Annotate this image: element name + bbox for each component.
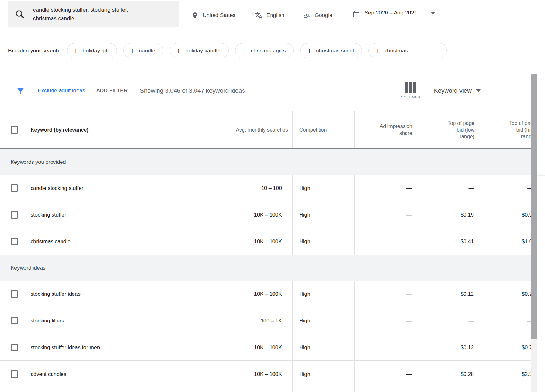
keyword-text: stocking stuffer ideas for men [31,344,100,350]
bid-low-cell: $0.12 [417,334,479,360]
keyword-search-value: candle stocking stuffer, stocking stuffe… [33,5,147,23]
section-header-row: Keyword ideas [0,255,545,281]
bid-low-cell: $0.41 [417,228,479,255]
header-avg-monthly-searches[interactable]: Avg. monthly searches [193,111,292,148]
section-label: Keyword ideas [11,265,45,271]
plus-icon: + [242,47,246,55]
header-top-of-page-bid-low[interactable]: Top of page bid (low range) [417,111,479,148]
row-checkbox[interactable] [11,290,18,298]
columns-button[interactable]: COLUMNS [401,82,420,99]
row-checkbox[interactable] [11,211,18,219]
vertical-scrollbar-thumb[interactable] [531,74,537,339]
chip-label: christmas scent [316,48,354,54]
table-header-row: Keyword (by relevance) Avg. monthly sear… [0,111,545,149]
chip-label: candle [139,48,155,54]
avg-monthly-searches-cell: 10K – 100K [193,361,292,387]
language-value: English [266,12,284,19]
broaden-chip[interactable]: +holiday gift [67,43,117,58]
row-checkbox[interactable] [11,184,18,192]
broaden-chip[interactable]: +holiday candle [170,43,229,58]
search-network-icon [303,12,311,19]
keyword-cell: stocking stuffer ideas [0,281,193,307]
table-row: stocking stuffer ideas 10K – 100K High —… [0,281,545,307]
keyword-cell: advent candles [0,361,193,387]
keyword-cell: stocking stuffer ideas for men [0,334,193,360]
chip-label: christmas [384,48,408,54]
row-checkbox[interactable] [11,344,18,351]
chevron-down-icon [476,89,481,92]
broaden-chip[interactable]: +christmas [368,43,447,58]
section-header-row: Keywords you provided [0,149,545,175]
competition-cell: High [292,307,354,334]
search-icon [14,9,25,19]
top-settings-bar: candle stocking stuffer, stocking stuffe… [0,0,545,31]
keyword-view-dropdown[interactable]: Keyword view [434,87,481,94]
table-row: advent candles 10K – 100K High — $0.28 $… [0,361,545,387]
keyword-cell: stocking fillers [0,307,193,334]
header-competition[interactable]: Competition [292,111,354,148]
columns-icon [405,82,416,93]
ad-impression-share-cell: — [354,281,417,307]
date-range-value: Sep 2020 – Aug 2021 [365,10,417,16]
avg-monthly-searches-cell: 10K – 100K [193,201,292,228]
keyword-text: candle stocking stuffer [31,185,83,191]
network-value: Google [315,12,332,19]
filter-icon[interactable] [16,87,25,95]
exclude-adult-ideas-link[interactable]: Exclude adult ideas [38,88,85,94]
ad-impression-share-cell: — [354,228,417,255]
bid-low-cell: $0.28 [417,361,479,387]
keyword-text: stocking stuffer ideas [31,291,81,297]
chip-label: christmas gifts [251,48,286,54]
chevron-down-icon [431,12,435,14]
competition-cell: High [292,281,354,307]
keyword-cell: christmas candle [0,228,193,255]
table-row: stocking stuffer 10K – 100K High — $0.19… [0,201,545,228]
plus-icon: + [375,47,380,55]
header-keyword-label: Keyword (by relevance) [31,126,89,133]
bid-low-cell: — [417,307,479,334]
language-selector[interactable]: English [255,12,284,19]
location-selector[interactable]: United States [191,12,235,19]
row-checkbox[interactable] [11,370,18,378]
keyword-results-table: Keyword (by relevance) Avg. monthly sear… [0,111,545,392]
showing-count-text: Showing 3,046 of 3,047 keyword ideas [140,87,245,94]
competition-cell: High [292,201,354,228]
bid-low-cell: $0.12 [417,281,479,307]
header-keyword: Keyword (by relevance) [0,111,193,148]
table-row: stocking stuffer ideas for men 10K – 100… [0,334,545,361]
table-row: christmas candle 10K – 100K High — $0.41… [0,228,545,255]
keyword-cell: candle stocking stuffer [0,175,193,201]
broaden-chip[interactable]: +candle [123,43,163,58]
ad-impression-share-cell: — [354,175,417,201]
ad-impression-share-cell: — [354,201,417,228]
add-filter-button[interactable]: ADD FILTER [96,88,128,94]
section-label: Keywords you provided [11,159,66,165]
location-value: United States [203,12,235,19]
network-selector[interactable]: Google [303,12,332,19]
keyword-search-input[interactable]: candle stocking stuffer, stocking stuffe… [8,1,179,27]
bid-low-cell: $0.19 [417,201,479,228]
chip-label: holiday candle [186,48,221,54]
row-checkbox[interactable] [11,317,18,324]
plus-icon: + [74,47,78,55]
date-range-selector[interactable]: Sep 2020 – Aug 2021 [352,10,444,21]
plus-icon: + [177,47,181,55]
keyword-view-label: Keyword view [434,87,472,94]
broaden-label: Broaden your search: [8,48,61,54]
select-all-checkbox[interactable] [11,126,18,134]
competition-cell: High [292,228,354,255]
chip-label: holiday gift [83,48,109,54]
table-row: stocking fillers 100 – 1K High — — — [0,307,545,334]
keyword-planner-page: candle stocking stuffer, stocking stuffe… [0,0,545,392]
header-ad-impression-share[interactable]: Ad impression share [354,111,417,148]
broaden-chip[interactable]: +christmas gifts [235,43,294,58]
row-checkbox[interactable] [11,238,18,245]
broaden-search-row: Broaden your search: +holiday gift+candl… [0,31,545,70]
avg-monthly-searches-cell: 100 – 1K [193,307,292,334]
ad-impression-share-cell: — [354,334,417,360]
translate-icon [255,12,263,19]
location-pin-icon [191,12,199,19]
bid-low-cell: — [417,175,479,201]
avg-monthly-searches-cell: 10 – 100 [193,175,292,201]
broaden-chip[interactable]: +christmas scent [300,43,362,58]
